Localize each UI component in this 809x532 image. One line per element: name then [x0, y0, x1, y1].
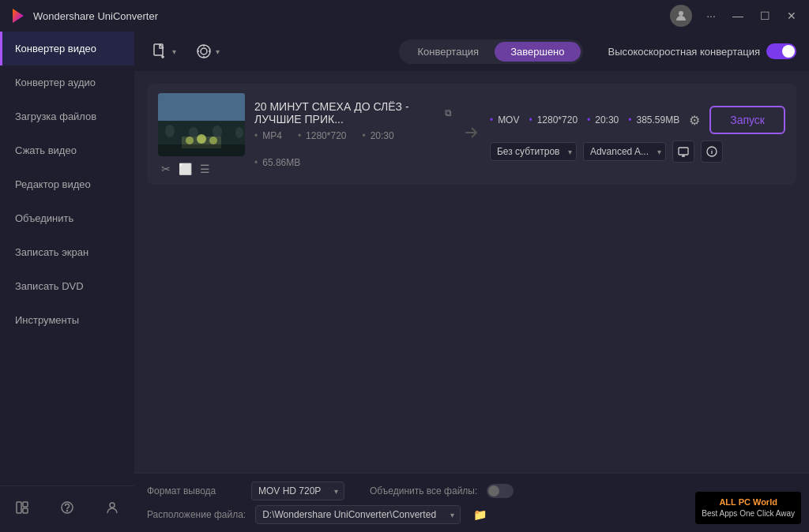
- svg-point-9: [201, 48, 207, 54]
- speed-toggle[interactable]: [766, 43, 796, 59]
- sidebar-item-file-download[interactable]: Загрузка файлов: [0, 99, 134, 133]
- file-title-row: 20 МИНУТ СМЕХА ДО СЛЁЗ - ЛУЧШИЕ ПРИК... …: [254, 100, 452, 126]
- svg-rect-4: [23, 508, 28, 513]
- sidebar-item-compress-video[interactable]: Сжать видео: [0, 133, 134, 167]
- svg-rect-26: [679, 148, 688, 155]
- output-settings-gear-icon[interactable]: ⚙: [689, 113, 700, 128]
- output-duration: • 20:30: [587, 114, 619, 126]
- app-logo: [9, 7, 27, 24]
- add-source-chevron: ▾: [216, 47, 220, 56]
- add-source-button[interactable]: ▾: [190, 39, 224, 63]
- sidebar-item-tools[interactable]: Инструменты: [0, 303, 134, 337]
- source-format: • MP4: [254, 130, 282, 141]
- watermark-title: ALL PC World: [702, 496, 795, 508]
- sidebar: Конвертер видео Конвертер аудио Загрузка…: [0, 32, 134, 532]
- preview-icon-btn[interactable]: [672, 140, 694, 163]
- file-card-left: ✂ ⬜ ☰: [158, 93, 245, 175]
- main-content: ▾ ▾ Конвертация Завершено Высокоскоростн…: [134, 32, 809, 532]
- svg-rect-25: [158, 144, 245, 156]
- layout-icon[interactable]: [10, 496, 34, 523]
- toolbar: ▾ ▾ Конвертация Завершено Высокоскоростн…: [134, 32, 809, 71]
- svg-point-23: [197, 134, 206, 144]
- user-manage-icon[interactable]: [100, 496, 124, 523]
- scissors-icon[interactable]: ✂: [161, 163, 171, 175]
- watermark-badge: ALL PC World Best Apps One Click Away: [695, 492, 801, 524]
- watermark-subtitle: Best Apps One Click Away: [702, 508, 795, 519]
- output-resolution: • 1280*720: [529, 114, 578, 126]
- sidebar-item-burn-dvd[interactable]: Записать DVD: [0, 269, 134, 303]
- info-icon-btn[interactable]: [701, 140, 723, 163]
- svg-point-14: [165, 125, 175, 137]
- svg-point-15: [178, 122, 186, 137]
- svg-point-6: [66, 511, 67, 511]
- path-label: Расположение файла:: [147, 509, 246, 520]
- file-title: 20 МИНУТ СМЕХА ДО СЛЁЗ - ЛУЧШИЕ ПРИК...: [254, 100, 438, 126]
- format-select[interactable]: MOV HD 720P: [251, 481, 344, 500]
- tab-convert[interactable]: Конвертация: [401, 42, 495, 62]
- format-select-wrapper: MOV HD 720P: [251, 481, 344, 500]
- path-select[interactable]: D:\Wondershare UniConverter\Converted: [255, 505, 461, 524]
- svg-rect-2: [17, 502, 21, 513]
- content-area: ✂ ⬜ ☰ 20 МИНУТ СМЕХА ДО СЛЁЗ - ЛУЧШИЕ ПР…: [134, 71, 809, 473]
- menu-button[interactable]: ···: [703, 8, 719, 24]
- sidebar-item-video-editor[interactable]: Редактор видео: [0, 167, 134, 201]
- source-duration: • 20:30: [362, 130, 393, 141]
- svg-rect-12: [158, 93, 245, 121]
- title-bar: Wondershare UniConverter ··· — ☐ ✕: [0, 0, 809, 32]
- svg-point-20: [235, 127, 243, 138]
- crop-icon[interactable]: ⬜: [179, 163, 192, 175]
- file-thumbnail: [158, 93, 245, 156]
- subtitle-select-wrapper: Без субтитров: [490, 142, 577, 161]
- svg-marker-0: [13, 9, 24, 23]
- browse-folder-icon[interactable]: 📁: [473, 508, 487, 521]
- sidebar-item-video-converter[interactable]: Конвертер видео: [0, 32, 134, 66]
- merge-label: Объединить все файлы:: [370, 485, 477, 496]
- svg-rect-3: [23, 502, 28, 507]
- add-file-button[interactable]: ▾: [147, 39, 181, 63]
- app-title: Wondershare UniConverter: [33, 10, 670, 22]
- thumb-controls: ✂ ⬜ ☰: [158, 163, 210, 175]
- output-settings: • MOV • 1280*720 • 20:30 •: [490, 106, 785, 163]
- speed-conversion-row: Высокоскоростная конвертация: [608, 43, 796, 59]
- svg-point-18: [213, 126, 222, 138]
- file-card: ✂ ⬜ ☰ 20 МИНУТ СМЕХА ДО СЛЁЗ - ЛУЧШИЕ ПР…: [147, 84, 796, 185]
- output-format-row: • MOV • 1280*720 • 20:30 •: [490, 106, 785, 134]
- merge-toggle[interactable]: [487, 484, 514, 498]
- svg-point-22: [186, 137, 194, 144]
- subtitle-select[interactable]: Без субтитров: [490, 142, 577, 161]
- svg-point-24: [209, 137, 217, 144]
- sidebar-item-audio-converter[interactable]: Конвертер аудио: [0, 66, 134, 99]
- app-body: Конвертер видео Конвертер аудио Загрузка…: [0, 32, 809, 532]
- svg-point-19: [225, 122, 233, 137]
- path-select-wrapper: D:\Wondershare UniConverter\Converted: [255, 505, 461, 524]
- svg-point-16: [189, 127, 198, 138]
- svg-point-7: [110, 503, 115, 508]
- close-button[interactable]: ✕: [784, 8, 800, 24]
- external-link-icon[interactable]: ⧉: [445, 107, 452, 118]
- source-size: • 65.86MB: [254, 157, 300, 168]
- tab-done[interactable]: Завершено: [495, 42, 580, 62]
- toolbar-tabs: Конвертация Завершено: [399, 39, 582, 64]
- effects-icon[interactable]: ☰: [200, 163, 210, 175]
- thumbnail-visual: [158, 93, 245, 156]
- start-button[interactable]: Запуск: [709, 106, 785, 134]
- output-size: • 385.59MB: [628, 114, 679, 126]
- sidebar-item-merge[interactable]: Объединить: [0, 201, 134, 235]
- svg-point-10: [198, 45, 210, 58]
- format-label: Формат вывода: [147, 485, 242, 496]
- svg-point-1: [679, 11, 683, 16]
- audio-select[interactable]: Advanced A...: [583, 142, 666, 161]
- file-info: 20 МИНУТ СМЕХА ДО СЛЁЗ - ЛУЧШИЕ ПРИК... …: [254, 100, 452, 168]
- audio-select-wrapper: Advanced A...: [583, 142, 666, 161]
- output-format: • MOV: [490, 114, 520, 126]
- minimize-button[interactable]: —: [730, 8, 746, 24]
- sidebar-item-record-screen[interactable]: Записать экран: [0, 235, 134, 269]
- help-icon[interactable]: [55, 496, 79, 523]
- add-file-chevron: ▾: [172, 47, 176, 56]
- maximize-button[interactable]: ☐: [757, 8, 773, 24]
- speed-label: Высокоскоростная конвертация: [608, 46, 760, 58]
- source-resolution: • 1280*720: [298, 130, 347, 141]
- window-controls: ··· — ☐ ✕: [670, 5, 800, 27]
- convert-arrow: [461, 123, 480, 146]
- user-avatar[interactable]: [670, 5, 692, 27]
